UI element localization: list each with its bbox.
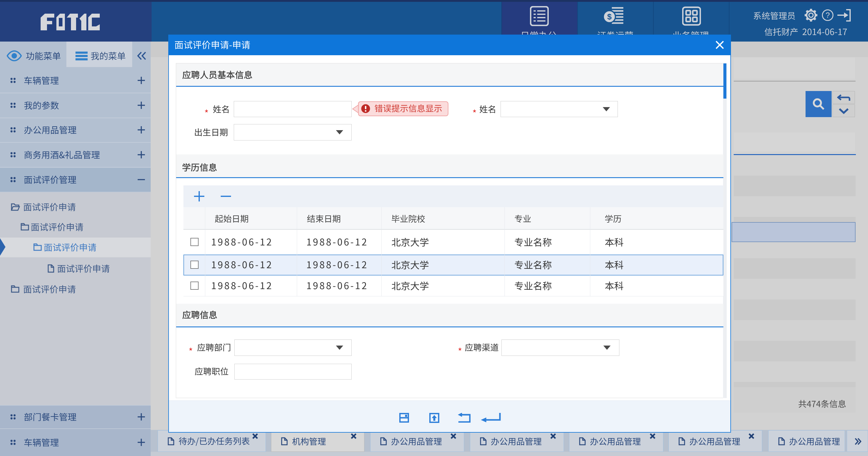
svg-text:?: ? (826, 11, 830, 20)
svg-text:$: $ (607, 12, 612, 21)
